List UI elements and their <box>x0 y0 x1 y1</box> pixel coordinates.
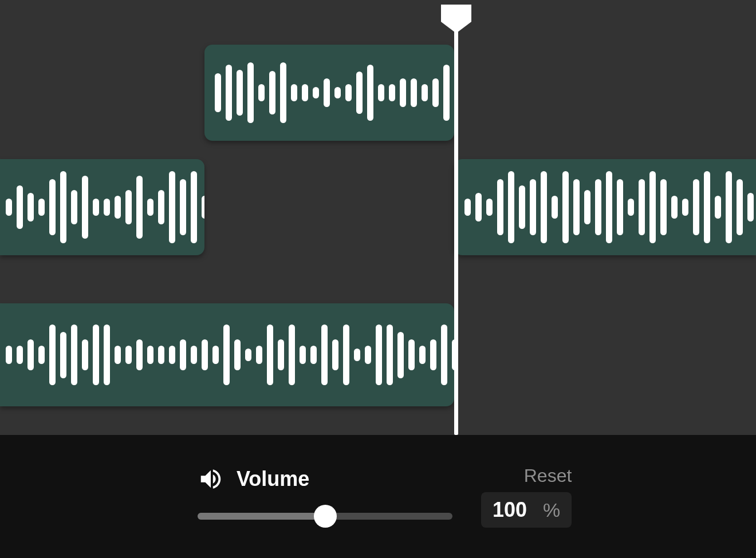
slider-fill <box>198 513 325 520</box>
volume-control-bar: Volume Reset 100 % <box>0 435 756 558</box>
timeline-area[interactable] <box>0 0 756 435</box>
volume-label: Volume <box>237 467 309 491</box>
slider-thumb[interactable] <box>314 505 337 528</box>
waveform <box>6 303 444 406</box>
volume-unit: % <box>543 499 560 521</box>
audio-clip[interactable] <box>0 159 204 255</box>
volume-section: Volume <box>198 466 452 528</box>
volume-value-section: Reset 100 % <box>481 465 572 528</box>
reset-button[interactable]: Reset <box>524 465 572 486</box>
playhead-line[interactable] <box>454 5 458 435</box>
audio-clip[interactable] <box>204 45 454 141</box>
waveform <box>215 45 444 141</box>
volume-value: 100 <box>493 498 527 522</box>
volume-icon <box>198 466 224 492</box>
waveform <box>6 159 194 255</box>
volume-value-box[interactable]: 100 % <box>481 492 572 528</box>
playhead-handle[interactable] <box>441 5 471 33</box>
volume-header: Volume <box>198 466 452 492</box>
volume-slider[interactable] <box>198 505 452 528</box>
audio-clip[interactable] <box>454 159 756 255</box>
audio-clip[interactable] <box>0 303 454 406</box>
waveform <box>464 159 756 255</box>
